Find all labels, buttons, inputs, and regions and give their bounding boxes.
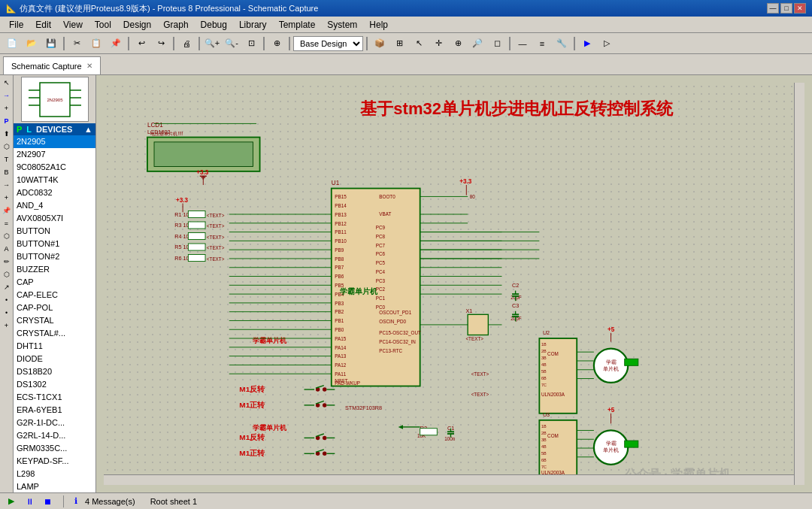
device-item-2n2907[interactable]: 2N2907 — [14, 148, 95, 161]
lt-dot2[interactable]: • — [1, 307, 13, 319]
lt-wire[interactable]: → — [1, 179, 13, 191]
menu-debug[interactable]: Debug — [195, 18, 233, 32]
tb-zoom-area[interactable]: ◻ — [488, 35, 506, 52]
tab-close-icon[interactable]: ✕ — [86, 62, 92, 70]
scrollbar-vertical[interactable] — [794, 83, 804, 485]
menu-file[interactable]: File — [3, 18, 29, 32]
menu-library[interactable]: Library — [233, 18, 273, 32]
device-item-g2r1i[interactable]: G2R-1I-DC... — [14, 417, 95, 429]
device-item-g2rl[interactable]: G2RL-14-D... — [14, 429, 95, 442]
menu-graph[interactable]: Graph — [157, 18, 194, 32]
lt-component[interactable]: → — [1, 89, 13, 101]
device-item-lamp[interactable]: LAMP — [14, 480, 95, 492]
lt-arrow2[interactable]: ↗ — [1, 281, 13, 293]
device-item-dht11[interactable]: DHT11 — [14, 340, 95, 353]
menu-template[interactable]: Template — [273, 18, 322, 32]
tb-zoom-out[interactable]: 🔍- — [223, 35, 241, 52]
tb-move[interactable]: ✛ — [429, 35, 447, 52]
menu-view[interactable]: View — [57, 18, 89, 32]
svg-text:PC14-OSC32_IN: PC14-OSC32_IN — [379, 339, 416, 345]
lt-select[interactable]: ↖ — [1, 77, 13, 89]
maximize-button[interactable]: □ — [780, 3, 792, 14]
lt-pin[interactable]: 📌 — [1, 205, 13, 217]
tb-bus[interactable]: ≡ — [533, 35, 551, 52]
lt-power[interactable]: P — [1, 115, 13, 127]
menu-design[interactable]: Design — [117, 18, 157, 32]
lt-bus[interactable]: B — [1, 166, 13, 178]
schematic-canvas[interactable]: 基于stm32单片机步进电机正反转控制系统 LCD1 LCD1602 电压基单片… — [104, 83, 804, 485]
minimize-button[interactable]: — — [767, 3, 779, 14]
menu-edit[interactable]: Edit — [29, 18, 57, 32]
device-item-ecs[interactable]: ECS-T1CX1 — [14, 391, 95, 404]
tab-schematic[interactable]: Schematic Capture ✕ — [3, 56, 101, 74]
tb-open[interactable]: 📂 — [23, 35, 41, 52]
scrollbar-horizontal[interactable] — [104, 474, 794, 485]
tb-zoom-in[interactable]: 🔍+ — [203, 35, 221, 52]
tb-grid[interactable]: ⊞ — [390, 35, 408, 52]
device-item-crystal[interactable]: CRYSTAL — [14, 314, 95, 327]
tb-comp[interactable]: 🔧 — [553, 35, 571, 52]
device-item-and[interactable]: AND_4 — [14, 199, 95, 212]
lt-dot1[interactable]: • — [1, 294, 13, 306]
device-item-grm[interactable]: GRM0335C... — [14, 442, 95, 455]
lt-port[interactable]: ⬡ — [1, 141, 13, 153]
pause-button[interactable]: ⏸ — [24, 496, 35, 507]
tb-simulate[interactable]: ▶ — [578, 35, 596, 52]
tb-wire[interactable]: — — [514, 35, 532, 52]
tb-new[interactable]: 📄 — [3, 35, 21, 52]
tb-paste[interactable]: 📌 — [107, 35, 125, 52]
stop-button[interactable]: ⏹ — [42, 496, 53, 507]
svg-text:PB14: PB14 — [335, 203, 347, 208]
lt-draw[interactable]: ✏ — [1, 256, 13, 268]
tb-origin[interactable]: ⊕ — [268, 35, 286, 52]
tb-redo[interactable]: ↪ — [152, 35, 170, 52]
close-button[interactable]: ✕ — [794, 3, 806, 14]
tb-search[interactable]: 🔎 — [468, 35, 486, 52]
menu-help[interactable]: Help — [363, 18, 394, 32]
device-item-10w[interactable]: 10WATT4K — [14, 174, 95, 186]
lt-junction[interactable]: + — [1, 102, 13, 114]
lt-label[interactable]: ⬆ — [1, 128, 13, 140]
tb-zoom-fit[interactable]: ⊡ — [242, 35, 260, 52]
device-item-cap[interactable]: CAP — [14, 276, 95, 289]
tb-run[interactable]: ▷ — [598, 35, 616, 52]
tb-save[interactable]: 💾 — [42, 35, 60, 52]
device-item-button1[interactable]: BUTTON#1 — [14, 238, 95, 250]
lt-cross[interactable]: + — [1, 192, 13, 204]
lt-cross2[interactable]: + — [1, 320, 13, 332]
lt-shape[interactable]: ⬡ — [1, 268, 13, 280]
menu-tool[interactable]: Tool — [89, 18, 117, 32]
device-item-cap-pol[interactable]: CAP-POL — [14, 301, 95, 314]
tb-add-hw[interactable]: 📦 — [371, 35, 389, 52]
tb-arrow[interactable]: ↖ — [410, 35, 428, 52]
device-item-button2[interactable]: BUTTON#2 — [14, 250, 95, 263]
lt-resistor[interactable]: = — [1, 217, 13, 229]
device-item-diode[interactable]: DIODE — [14, 353, 95, 365]
tb-nav[interactable]: ⊕ — [449, 35, 467, 52]
device-item-button[interactable]: BUTTON — [14, 225, 95, 238]
design-dropdown[interactable]: Base Design — [293, 36, 363, 51]
device-item-ds18[interactable]: DS18B20 — [14, 365, 95, 378]
motor1-indicator — [625, 359, 638, 365]
lt-text[interactable]: T — [1, 153, 13, 165]
device-item-2n2905[interactable]: 2N2905 — [14, 135, 95, 148]
lt-net[interactable]: ⬡ — [1, 230, 13, 242]
device-item-keypad[interactable]: KEYPAD-SF... — [14, 455, 95, 468]
tb-cut[interactable]: ✂ — [68, 35, 86, 52]
device-item-era[interactable]: ERA-6YEB1 — [14, 404, 95, 417]
lt-annot[interactable]: A — [1, 243, 13, 255]
device-item-9c[interactable]: 9C08052A1C — [14, 161, 95, 174]
tb-undo[interactable]: ↩ — [132, 35, 150, 52]
device-item-crystal2[interactable]: CRYSTAL#... — [14, 327, 95, 340]
menu-system[interactable]: System — [321, 18, 363, 32]
device-scroll-up[interactable]: ▲ — [84, 125, 92, 134]
device-item-adc[interactable]: ADC0832 — [14, 186, 95, 199]
device-item-cap-elec[interactable]: CAP-ELEC — [14, 289, 95, 301]
device-item-buzzer[interactable]: BUZZER — [14, 263, 95, 276]
device-item-l298[interactable]: L298 — [14, 468, 95, 480]
device-item-avx[interactable]: AVX0805X7I — [14, 212, 95, 225]
play-button[interactable]: ▶ — [6, 496, 17, 507]
tb-copy[interactable]: 📋 — [87, 35, 105, 52]
device-item-ds1302[interactable]: DS1302 — [14, 378, 95, 391]
tb-print[interactable]: 🖨 — [177, 35, 195, 52]
